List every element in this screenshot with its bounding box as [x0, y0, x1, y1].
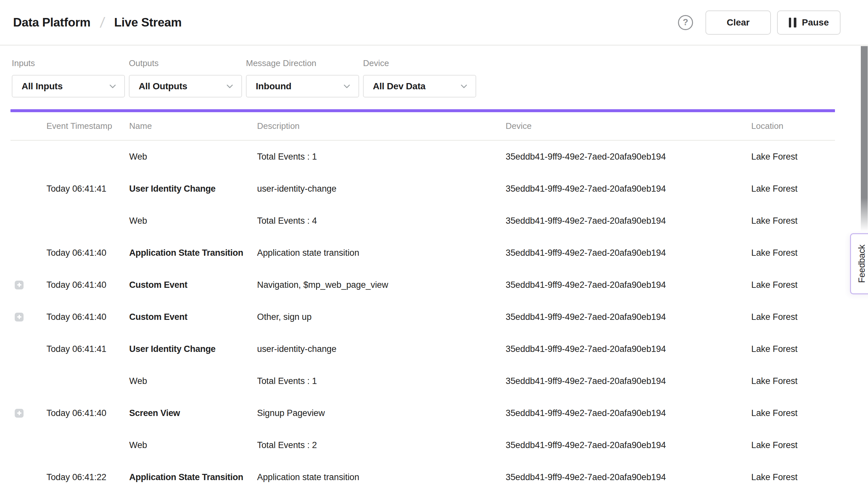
cell-device: 35eddb41-9ff9-49e2-7aed-20afa90eb194 [506, 440, 751, 450]
help-icon-glyph: ? [683, 17, 688, 28]
cell-location: Lake Forest [751, 408, 835, 418]
clear-button[interactable]: Clear [706, 10, 771, 35]
cell-device: 35eddb41-9ff9-49e2-7aed-20afa90eb194 [506, 376, 751, 386]
cell-device: 35eddb41-9ff9-49e2-7aed-20afa90eb194 [506, 184, 751, 194]
cell-description: Application state transition [257, 472, 506, 482]
cell-description: Other, sign up [257, 312, 506, 322]
column-header: Description [257, 121, 506, 131]
cell-expand [10, 313, 46, 322]
cell-name: Screen View [129, 408, 257, 418]
cell-description: user-identity-change [257, 344, 506, 354]
table-row[interactable]: Today 06:41:40 Application State Transit… [10, 237, 835, 269]
cell-location: Lake Forest [751, 248, 835, 258]
filter-label: Device [363, 58, 476, 68]
cell-location: Lake Forest [751, 152, 835, 162]
table-row[interactable]: Web Total Events : 4 35eddb41-9ff9-49e2-… [10, 205, 835, 237]
cell-description: Application state transition [257, 248, 506, 258]
feedback-tab-label: Feedback [857, 245, 867, 283]
expand-plus-icon[interactable] [15, 313, 24, 322]
breadcrumb-section[interactable]: Data Platform [13, 16, 91, 29]
breadcrumb-separator: / [99, 14, 105, 31]
cell-device: 35eddb41-9ff9-49e2-7aed-20afa90eb194 [506, 344, 751, 354]
expand-plus-icon[interactable] [15, 281, 24, 290]
cell-name: Web [129, 440, 257, 450]
cell-description: Total Events : 1 [257, 152, 506, 162]
cell-name: Web [129, 216, 257, 226]
cell-location: Lake Forest [751, 216, 835, 226]
event-stream-table: Event TimestampNameDescriptionDeviceLoca… [10, 112, 835, 486]
cell-description: Total Events : 4 [257, 216, 506, 226]
cell-description: Total Events : 2 [257, 440, 506, 450]
cell-name: User Identity Change [129, 344, 257, 354]
breadcrumb: Data Platform / Live Stream [13, 14, 182, 31]
filters-bar: Inputs All Inputs Outputs All Outputs Me… [0, 45, 868, 97]
pause-icon [789, 18, 796, 28]
cell-device: 35eddb41-9ff9-49e2-7aed-20afa90eb194 [506, 280, 751, 290]
cell-location: Lake Forest [751, 184, 835, 194]
table-row[interactable]: Today 06:41:22 Application State Transit… [10, 461, 835, 486]
cell-name: User Identity Change [129, 184, 257, 194]
cell-location: Lake Forest [751, 312, 835, 322]
filter-group: Message Direction Inbound [246, 58, 359, 97]
cell-location: Lake Forest [751, 344, 835, 354]
cell-name: Application State Transition [129, 472, 257, 482]
table-row[interactable]: Web Total Events : 1 35eddb41-9ff9-49e2-… [10, 365, 835, 397]
filter-dropdown[interactable]: Inbound [246, 75, 359, 97]
table-row[interactable]: Today 06:41:40 Custom Event Navigation, … [10, 269, 835, 301]
filter-selected-value: All Inputs [22, 81, 63, 92]
cell-event-timestamp: Today 06:41:41 [46, 344, 129, 354]
cell-device: 35eddb41-9ff9-49e2-7aed-20afa90eb194 [506, 216, 751, 226]
cell-event-timestamp: Today 06:41:41 [46, 184, 129, 194]
cell-name: Custom Event [129, 312, 257, 322]
table-row[interactable]: Today 06:41:40 Screen View Signup Pagevi… [10, 397, 835, 429]
chevron-down-icon [108, 82, 117, 91]
cell-description: Navigation, $mp_web_page_view [257, 280, 506, 290]
cell-device: 35eddb41-9ff9-49e2-7aed-20afa90eb194 [506, 312, 751, 322]
scrollbar-thumb[interactable] [861, 46, 868, 231]
cell-location: Lake Forest [751, 472, 835, 482]
cell-description: user-identity-change [257, 184, 506, 194]
cell-location: Lake Forest [751, 376, 835, 386]
help-icon[interactable]: ? [678, 15, 693, 30]
table-row[interactable]: Today 06:41:41 User Identity Change user… [10, 173, 835, 205]
table-header-row: Event TimestampNameDescriptionDeviceLoca… [10, 112, 835, 141]
filter-selected-value: Inbound [256, 81, 291, 92]
filter-dropdown[interactable]: All Outputs [129, 75, 242, 97]
cell-event-timestamp: Today 06:41:40 [46, 408, 129, 418]
filter-selected-value: All Outputs [139, 81, 187, 92]
expand-plus-icon[interactable] [15, 409, 24, 418]
filter-selected-value: All Dev Data [373, 81, 426, 92]
feedback-tab[interactable]: Feedback [850, 233, 868, 294]
filter-group: Device All Dev Data [363, 58, 476, 97]
table-body: Web Total Events : 1 35eddb41-9ff9-49e2-… [10, 141, 835, 486]
cell-event-timestamp: Today 06:41:40 [46, 248, 129, 258]
cell-expand [10, 281, 46, 290]
table-row[interactable]: Web Total Events : 1 35eddb41-9ff9-49e2-… [10, 141, 835, 173]
chevron-down-icon [460, 82, 468, 91]
header-actions: ? Clear Pause [678, 10, 840, 35]
cell-expand [10, 409, 46, 418]
cell-description: Total Events : 1 [257, 376, 506, 386]
cell-event-timestamp: Today 06:41:40 [46, 280, 129, 290]
filter-dropdown[interactable]: All Dev Data [363, 75, 476, 97]
filter-dropdown[interactable]: All Inputs [12, 75, 125, 97]
chevron-down-icon [342, 82, 351, 91]
app-header: Data Platform / Live Stream ? Clear Paus… [0, 0, 868, 45]
filter-label: Inputs [12, 58, 125, 68]
clear-button-label: Clear [727, 17, 750, 28]
cell-device: 35eddb41-9ff9-49e2-7aed-20afa90eb194 [506, 408, 751, 418]
cell-event-timestamp: Today 06:41:22 [46, 472, 129, 482]
table-row[interactable]: Today 06:41:40 Custom Event Other, sign … [10, 301, 835, 333]
pause-button[interactable]: Pause [777, 10, 840, 35]
cell-name: Web [129, 376, 257, 386]
table-row[interactable]: Today 06:41:41 User Identity Change user… [10, 333, 835, 365]
cell-device: 35eddb41-9ff9-49e2-7aed-20afa90eb194 [506, 472, 751, 482]
filter-group: Inputs All Inputs [12, 58, 125, 97]
column-header: Name [129, 121, 257, 131]
cell-device: 35eddb41-9ff9-49e2-7aed-20afa90eb194 [506, 248, 751, 258]
table-row[interactable]: Web Total Events : 2 35eddb41-9ff9-49e2-… [10, 429, 835, 461]
cell-device: 35eddb41-9ff9-49e2-7aed-20afa90eb194 [506, 152, 751, 162]
column-header: Device [506, 121, 751, 131]
cell-name: Web [129, 152, 257, 162]
filter-label: Outputs [129, 58, 242, 68]
